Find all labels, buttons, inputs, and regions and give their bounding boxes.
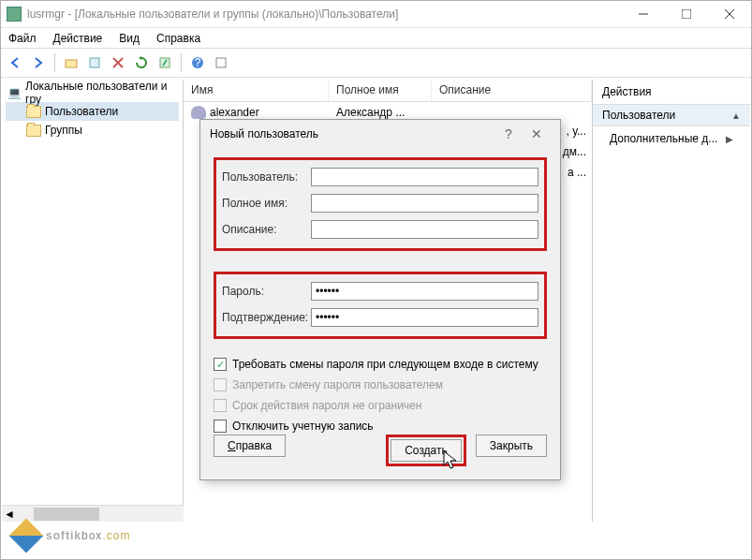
tree-groups-label: Группы <box>45 124 82 137</box>
new-folder-icon[interactable] <box>61 52 81 73</box>
highlight-create: Создать <box>386 435 466 466</box>
watermark: softikbox.com <box>14 523 130 548</box>
menu-view[interactable]: Вид <box>119 32 140 45</box>
label-fullname: Полное имя: <box>222 197 311 210</box>
maximize-button[interactable] <box>665 1 708 27</box>
svg-rect-5 <box>90 58 99 67</box>
tree-users-label: Пользователи <box>45 105 118 118</box>
watermark-a: softik <box>46 529 81 542</box>
col-fullname[interactable]: Полное имя <box>329 80 432 101</box>
watermark-c: .com <box>102 529 130 542</box>
svg-text:?: ? <box>195 56 201 69</box>
highlight-identity-group: Пользователь: Полное имя: Описание: <box>214 157 547 251</box>
user-field[interactable] <box>311 168 538 186</box>
label-password: Пароль: <box>222 285 311 298</box>
checkbox-noexpire: Срок действия пароля не ограничен <box>214 395 547 416</box>
dialog-title: Новый пользователь <box>210 127 318 140</box>
desc-field[interactable] <box>311 220 538 239</box>
actions-more[interactable]: Дополнительные д... ▶ <box>593 126 750 151</box>
password-field[interactable] <box>311 282 538 301</box>
tree-root-label: Локальные пользователи и гру <box>25 80 179 106</box>
column-headers: Имя Полное имя Описание <box>184 80 592 102</box>
help-icon[interactable]: ? <box>187 52 208 73</box>
window-titlebar: lusrmgr - [Локальные пользователи и груп… <box>1 1 751 27</box>
checkbox-label: Срок действия пароля не ограничен <box>232 399 421 412</box>
export-icon[interactable] <box>155 52 175 73</box>
app-icon <box>7 7 22 22</box>
tree-root[interactable]: 💻 Локальные пользователи и гру <box>6 83 179 102</box>
checkbox-label: Требовать смены пароля при следующем вхо… <box>232 358 538 371</box>
collapse-icon: ▲ <box>731 111 741 121</box>
actions-more-label: Дополнительные д... <box>610 132 717 145</box>
checkbox-mustchange[interactable]: ✓ Требовать смены пароля при следующем в… <box>214 354 547 375</box>
horizontal-scrollbar[interactable]: ◄ <box>2 505 184 522</box>
window-title: lusrmgr - [Локальные пользователи и груп… <box>27 7 398 21</box>
row-peek: дм... <box>563 145 586 158</box>
actions-pane: Действия Пользователи ▲ Дополнительные д… <box>593 80 750 522</box>
menu-file[interactable]: Файл <box>8 32 37 45</box>
folder-icon <box>26 106 41 118</box>
col-name[interactable]: Имя <box>184 80 329 101</box>
close-button[interactable]: Закрыть <box>476 435 547 457</box>
actions-band[interactable]: Пользователи ▲ <box>593 105 750 126</box>
checkbox-icon <box>214 378 227 391</box>
row-peek: , у... <box>567 125 586 138</box>
menu-help[interactable]: Справка <box>156 32 200 45</box>
new-user-dialog: Новый пользователь ? ✕ Пользователь: Пол… <box>199 119 561 480</box>
toolbar: ? <box>1 48 751 78</box>
tree-pane: 💻 Локальные пользователи и гру Пользоват… <box>2 80 184 522</box>
info-icon[interactable] <box>211 52 231 73</box>
checkbox-icon <box>214 420 227 433</box>
svg-rect-11 <box>216 58 226 67</box>
checkbox-icon: ✓ <box>214 358 227 371</box>
checkbox-icon <box>214 399 227 412</box>
help-button[interactable]: Справка <box>214 435 286 457</box>
scrollbar-thumb[interactable] <box>34 508 99 521</box>
dialog-titlebar: Новый пользователь ? ✕ <box>200 120 560 148</box>
svg-rect-4 <box>66 60 77 67</box>
tree-groups[interactable]: Группы <box>6 121 179 140</box>
checkbox-label: Запретить смену пароля пользователем <box>232 378 443 391</box>
refresh-icon[interactable] <box>131 52 152 73</box>
col-desc[interactable]: Описание <box>432 80 592 101</box>
watermark-b: box <box>81 529 102 542</box>
delete-icon[interactable] <box>108 52 128 73</box>
label-desc: Описание: <box>222 223 311 236</box>
fullname-field[interactable] <box>311 194 538 213</box>
dialog-close-button[interactable]: ✕ <box>523 126 551 141</box>
checkbox-label: Отключить учетную запись <box>232 420 374 433</box>
checkbox-disable-account[interactable]: Отключить учетную запись <box>214 416 547 436</box>
menubar: Файл Действие Вид Справка <box>1 27 751 48</box>
back-icon[interactable] <box>5 52 25 73</box>
minimize-button[interactable] <box>622 1 665 27</box>
watermark-logo <box>9 519 44 553</box>
label-confirm: Подтверждение: <box>222 311 311 324</box>
label-user: Пользователь: <box>222 170 311 184</box>
create-button[interactable]: Создать <box>391 439 462 462</box>
highlight-password-group: Пароль: Подтверждение: <box>214 272 547 339</box>
menu-action[interactable]: Действие <box>53 32 103 45</box>
properties-icon[interactable] <box>84 52 105 73</box>
cell-desc <box>432 111 592 114</box>
actions-band-label: Пользователи <box>602 109 675 122</box>
svg-rect-1 <box>682 9 691 19</box>
user-icon <box>191 106 206 119</box>
row-peek: а ... <box>568 166 586 179</box>
chevron-right-icon: ▶ <box>726 134 733 144</box>
actions-header: Действия <box>593 80 750 105</box>
forward-icon[interactable] <box>28 52 49 73</box>
checkbox-nochange: Запретить смену пароля пользователем <box>214 375 547 395</box>
dialog-help-button[interactable]: ? <box>494 126 523 141</box>
close-button[interactable] <box>708 1 751 27</box>
cell-name: alexander <box>210 106 259 119</box>
folder-icon <box>26 125 41 137</box>
confirm-field[interactable] <box>311 308 538 327</box>
computer-icon: 💻 <box>7 86 22 99</box>
